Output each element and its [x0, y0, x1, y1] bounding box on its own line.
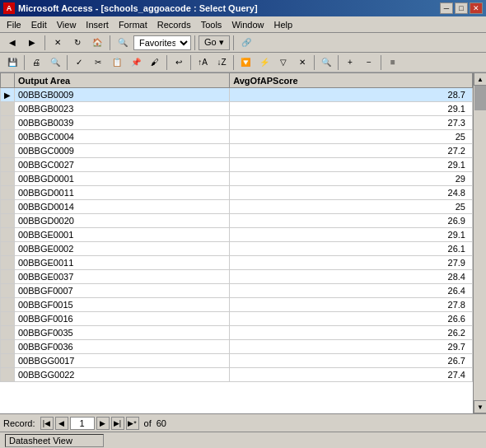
cell-output-area: 00BBGE0001	[15, 228, 230, 242]
table-row[interactable]: 00BBGB002329.1	[1, 102, 473, 116]
filter-button[interactable]: 🔽	[236, 54, 255, 71]
menu-edit[interactable]: Edit	[26, 16, 52, 32]
next-record-button[interactable]: ▶	[96, 417, 110, 430]
sort-asc-button[interactable]: ↑A	[194, 54, 212, 71]
cell-avg-score: 29.7	[230, 340, 473, 354]
table-row[interactable]: 00BBGD002026.9	[1, 214, 473, 228]
menu-view[interactable]: View	[52, 16, 82, 32]
find-button[interactable]: 🔍	[317, 54, 335, 71]
new-record-nav-button[interactable]: ▶*	[126, 417, 139, 430]
vertical-scrollbar[interactable]: ▲ ▼	[473, 72, 486, 413]
table-row[interactable]: 00BBGG001726.7	[1, 354, 473, 368]
tb2-sep7	[338, 55, 339, 70]
title-bar: A Microsoft Access - [schools_aggoacode …	[0, 0, 486, 16]
sort-desc-button[interactable]: ↓Z	[213, 54, 231, 71]
home-button[interactable]: 🏠	[88, 35, 106, 51]
new-record-button[interactable]: +	[341, 54, 359, 71]
table-row[interactable]: 00BBGE000129.1	[1, 228, 473, 242]
last-record-button[interactable]: ▶|	[111, 417, 124, 430]
scroll-up-button[interactable]: ▲	[474, 72, 486, 86]
table-row[interactable]: 00BBGG002227.4	[1, 368, 473, 382]
cell-output-area: 00BBGF0035	[15, 326, 230, 340]
status-panel: Datasheet View	[5, 434, 104, 447]
app-close-button[interactable]: ✕	[470, 2, 483, 14]
tb2-sep2	[67, 55, 68, 70]
go-button[interactable]: Go ▾	[199, 35, 230, 50]
copy-button[interactable]: 📋	[108, 54, 126, 71]
row-selector	[1, 270, 15, 284]
scroll-down-button[interactable]: ▼	[474, 400, 486, 413]
cell-avg-score: 27.3	[230, 116, 473, 130]
format-painter-button[interactable]: 🖌	[146, 54, 164, 71]
toolbar-separator-1	[44, 35, 45, 50]
table-row[interactable]: 00BBGD000129	[1, 172, 473, 186]
links-button[interactable]: 🔗	[237, 35, 255, 51]
cell-output-area: 00BBGB0023	[15, 102, 230, 116]
menu-records[interactable]: Records	[152, 16, 196, 32]
table-row[interactable]: 00BBGF000726.4	[1, 284, 473, 298]
prev-record-button[interactable]: ◀	[55, 417, 68, 430]
row-selector	[1, 200, 15, 214]
current-record-input[interactable]	[70, 417, 95, 430]
row-selector	[1, 340, 15, 354]
scroll-thumb[interactable]	[474, 86, 486, 110]
menu-format[interactable]: Format	[114, 16, 152, 32]
cell-output-area: 00BBGC0009	[15, 144, 230, 158]
scroll-track[interactable]	[474, 86, 486, 400]
paste-button[interactable]: 📌	[127, 54, 145, 71]
row-selector	[1, 144, 15, 158]
table-row[interactable]: 00BBGE001127.9	[1, 256, 473, 270]
menu-file[interactable]: File	[2, 16, 26, 32]
table-row[interactable]: 00BBGD001425	[1, 200, 473, 214]
table-row[interactable]: ▶00BBGB000928.7	[1, 88, 473, 102]
table-row[interactable]: 00BBGF003629.7	[1, 340, 473, 354]
cell-output-area: 00BBGF0007	[15, 284, 230, 298]
row-selector	[1, 242, 15, 256]
cell-avg-score: 29.1	[230, 228, 473, 242]
cell-avg-score: 27.8	[230, 298, 473, 312]
print-preview-button[interactable]: 🔍	[46, 54, 64, 71]
app-maximize-button[interactable]: □	[455, 2, 468, 14]
tb2-sep1	[24, 55, 25, 70]
cell-output-area: 00BBGE0037	[15, 270, 230, 284]
table-row[interactable]: 00BBGF001527.8	[1, 298, 473, 312]
undo-button[interactable]: ↩	[170, 54, 188, 71]
record-label: Record:	[3, 418, 35, 428]
menu-tools[interactable]: Tools	[196, 16, 227, 32]
favorites-dropdown[interactable]: Favorites ▾	[133, 35, 191, 50]
cut-button[interactable]: ✂	[89, 54, 107, 71]
first-record-button[interactable]: |◀	[40, 417, 54, 430]
refresh-button[interactable]: ↻	[68, 35, 86, 51]
menu-window[interactable]: Window	[227, 16, 269, 32]
menu-insert[interactable]: Insert	[81, 16, 114, 32]
table-row[interactable]: 00BBGE000226.1	[1, 242, 473, 256]
row-selector	[1, 172, 15, 186]
menu-help[interactable]: Help	[269, 16, 298, 32]
back-button[interactable]: ◀	[3, 35, 21, 51]
table-row[interactable]: 00BBGF003526.2	[1, 326, 473, 340]
app-minimize-button[interactable]: ─	[440, 2, 453, 14]
filter-remove-button[interactable]: ✕	[293, 54, 311, 71]
forward-button[interactable]: ▶	[23, 35, 41, 51]
properties-button[interactable]: ≡	[384, 54, 402, 71]
cell-output-area: 00BBGD0011	[15, 186, 230, 200]
delete-record-button[interactable]: −	[360, 54, 378, 71]
row-selector	[1, 158, 15, 172]
print-button[interactable]: 🖨	[27, 54, 45, 71]
table-row[interactable]: 00BBGC000927.2	[1, 144, 473, 158]
table-row[interactable]: 00BBGC002729.1	[1, 158, 473, 172]
table-row[interactable]: 00BBGF001626.6	[1, 312, 473, 326]
filter-toggle-button[interactable]: ▽	[274, 54, 292, 71]
row-selector	[1, 214, 15, 228]
filter-by-button[interactable]: ⚡	[255, 54, 273, 71]
table-row[interactable]: 00BBGC000425	[1, 130, 473, 144]
table-row[interactable]: 00BBGB003927.3	[1, 116, 473, 130]
search-button[interactable]: 🔍	[114, 35, 132, 51]
record-navigator: Record: |◀ ◀ ▶ ▶| ▶* of 60	[0, 413, 486, 432]
app-icon: A	[3, 2, 15, 14]
stop-button[interactable]: ✕	[49, 35, 67, 51]
save-button[interactable]: 💾	[3, 54, 21, 71]
table-row[interactable]: 00BBGD001124.8	[1, 186, 473, 200]
spell-check-button[interactable]: ✓	[70, 54, 88, 71]
table-row[interactable]: 00BBGE003728.4	[1, 270, 473, 284]
